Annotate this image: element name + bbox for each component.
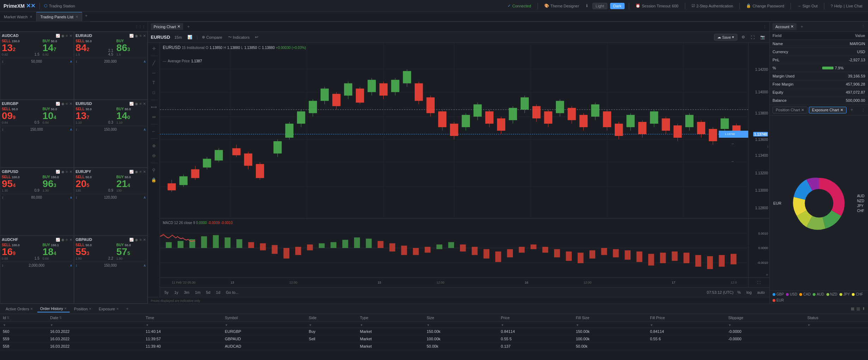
eye-icon-eurjpy[interactable]: ◉	[135, 170, 138, 174]
expand-macd[interactable]: »	[766, 273, 768, 277]
tf-goto[interactable]: Go to...	[224, 290, 240, 295]
add-mini-tab[interactable]: +	[848, 106, 856, 114]
dark-theme-btn[interactable]: Dark	[610, 3, 625, 9]
tf-1y[interactable]: 1y	[173, 290, 180, 295]
chart-panel-menu[interactable]: ⋮	[763, 25, 767, 29]
measure-tool[interactable]: ⇔	[151, 113, 157, 120]
help-btn[interactable]: ? Help | Live Chat	[829, 4, 864, 8]
position-chart-tab[interactable]: Position Chart ✕	[773, 107, 807, 113]
panel-menu-icon[interactable]: ⋮⋮⋮	[135, 25, 145, 29]
date-sort[interactable]: ⇅	[59, 316, 62, 319]
tab-exposure[interactable]: Exposure ✕	[96, 306, 122, 312]
settings-icon-eurjpy[interactable]: ≡	[140, 170, 142, 174]
eye-icon-gbpusd[interactable]: ◉	[61, 170, 64, 174]
close-icon-eurjpy[interactable]: ✕	[143, 170, 146, 174]
fib-tool[interactable]: ⟺	[150, 104, 158, 111]
close-exposure[interactable]: ✕	[116, 307, 119, 311]
close-icon-euraud[interactable]: ✕	[143, 34, 146, 38]
tf-5d[interactable]: 5d	[204, 290, 212, 295]
tf-5y[interactable]: 5y	[163, 290, 170, 295]
chart-icon-gbpaud[interactable]: 📈	[129, 238, 134, 242]
filter-price[interactable]: ▼	[501, 323, 504, 327]
settings-icon[interactable]: ⚙	[740, 34, 746, 40]
two-step-auth[interactable]: ☑ 2-Step Authentication	[689, 4, 736, 8]
account-tab[interactable]: Account ✕	[773, 23, 796, 30]
sign-out-btn[interactable]: → Sign Out	[795, 4, 820, 8]
log-btn[interactable]: log	[745, 290, 754, 295]
close-icon-audcad[interactable]: ✕	[69, 34, 72, 38]
filter-symbol[interactable]: ▼	[225, 323, 228, 327]
eye-icon-audcad[interactable]: ◉	[61, 34, 64, 38]
filter-status[interactable]: ▼	[807, 323, 811, 327]
theme-designer-btn[interactable]: 🎨 Theme Designer	[542, 4, 581, 8]
chart-icon-euraud[interactable]: 📈	[129, 34, 134, 38]
tab-position[interactable]: Position ✕	[71, 306, 94, 312]
close-icon-gbpaud[interactable]: ✕	[143, 238, 146, 242]
settings-icon-gbpusd[interactable]: ≡	[66, 170, 68, 174]
undo-btn[interactable]: ↩	[254, 34, 260, 40]
close-icon-gbpusd[interactable]: ✕	[69, 170, 72, 174]
chart-icon-eurgbp[interactable]: 📈	[56, 102, 60, 106]
horizontal-tool[interactable]: ─	[151, 69, 156, 76]
change-password-btn[interactable]: 🔒 Change Password	[744, 4, 786, 8]
export-icon[interactable]: ⬆	[862, 306, 865, 311]
tf-3m[interactable]: 3m	[182, 290, 191, 295]
pct-btn[interactable]: %	[736, 290, 743, 295]
settings-icon-gbpaud[interactable]: ≡	[140, 238, 142, 242]
right-panel-menu[interactable]: ⋮	[861, 24, 865, 29]
settings-icon-audcad[interactable]: ≡	[66, 34, 68, 38]
settings-icon-eurgbp[interactable]: ≡	[66, 102, 68, 106]
close-active-orders[interactable]: ✕	[30, 307, 33, 311]
tf-1m[interactable]: 1m	[193, 290, 202, 295]
mini-tab-menu[interactable]: ⋮	[861, 108, 865, 112]
filter-type[interactable]: ▼	[360, 323, 363, 327]
filter-time[interactable]: ▼	[146, 323, 149, 327]
chart-type-btn[interactable]: 📊	[186, 34, 194, 40]
eye-icon-gbpaud[interactable]: ◉	[135, 238, 138, 242]
exposure-chart-tab[interactable]: Exposure Chart ✕	[809, 107, 846, 113]
rectangle-tool[interactable]: □	[151, 89, 156, 96]
add-bottom-tab[interactable]: +	[123, 305, 131, 313]
add-panel-tab[interactable]: +	[82, 12, 90, 21]
settings-icon-audchf[interactable]: ≡	[66, 238, 68, 242]
light-theme-btn[interactable]: Light	[593, 3, 607, 9]
filter-fill-price[interactable]: ▼	[650, 323, 653, 327]
chart-icon-audcad[interactable]: 📈	[56, 34, 60, 38]
chart-timeframe[interactable]: 15m	[173, 35, 183, 40]
magnet-tool[interactable]: ⚲	[151, 167, 156, 174]
close-icon-eurgbp[interactable]: ✕	[69, 102, 72, 106]
chart-icon-eurusd[interactable]: 📈	[129, 102, 134, 106]
chart-icon-gbpusd[interactable]: 📈	[56, 170, 60, 174]
eye-icon-eurgbp[interactable]: ◉	[61, 102, 64, 106]
eye-icon-eurusd[interactable]: ◉	[135, 102, 138, 106]
id-sort[interactable]: ⇅	[7, 316, 10, 319]
table-view-icon[interactable]: ▦	[851, 306, 854, 311]
tab-trading-panels[interactable]: Trading Panels List ✕	[36, 12, 82, 21]
back-btn[interactable]: ←	[151, 128, 157, 135]
tf-1d[interactable]: 1d	[214, 290, 222, 295]
close-position[interactable]: ✕	[89, 307, 92, 311]
filter-id[interactable]: ▼	[3, 323, 6, 327]
lock-tool[interactable]: 🔒	[150, 176, 157, 184]
snapshot-btn[interactable]: 📷	[759, 34, 767, 40]
tab-active-orders[interactable]: Active Orders ✕	[3, 306, 36, 312]
close-pricing-chart[interactable]: ✕	[177, 24, 180, 29]
chart-icon-eurjpy[interactable]: 📈	[129, 170, 134, 174]
close-trading-panels[interactable]: ✕	[75, 15, 78, 19]
indicators-btn[interactable]: 〜 Indicators	[227, 34, 251, 41]
tab-market-watch[interactable]: Market Watch ✕	[0, 12, 36, 21]
close-icon-eurusd[interactable]: ✕	[143, 102, 146, 106]
add-right-tab[interactable]: +	[798, 23, 806, 31]
auto-btn[interactable]: auto	[756, 290, 767, 295]
chart-icon-audchf[interactable]: 📈	[56, 238, 60, 242]
settings-icon-eurusd[interactable]: ≡	[140, 102, 142, 106]
close-position-chart[interactable]: ✕	[801, 108, 804, 112]
close-icon-audchf[interactable]: ✕	[69, 238, 72, 242]
filter-slippage[interactable]: ▼	[728, 323, 731, 327]
close-order-history[interactable]: ✕	[64, 307, 67, 310]
settings-icon-euraud[interactable]: ≡	[140, 34, 142, 38]
eye-icon-audchf[interactable]: ◉	[61, 238, 64, 242]
eye-icon-euraud[interactable]: ◉	[135, 34, 138, 38]
tab-order-history[interactable]: Order History ✕	[37, 305, 70, 312]
zoom-out[interactable]: ⊖	[151, 152, 157, 159]
